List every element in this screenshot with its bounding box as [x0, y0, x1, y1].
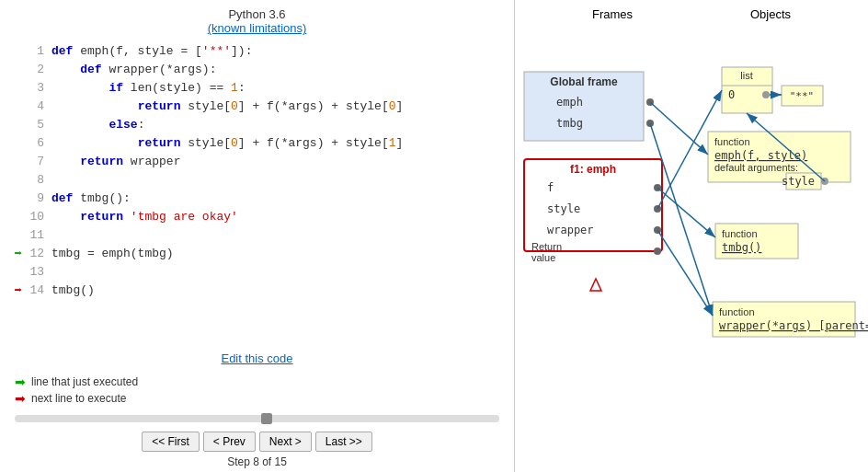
legend-section: ➡ line that just executed ➡ next line to… — [0, 371, 514, 411]
svg-text:wrapper: wrapper — [547, 224, 594, 236]
svg-text:function: function — [719, 306, 755, 317]
svg-rect-0 — [524, 72, 644, 141]
legend-red: ➡ next line to execute — [15, 391, 499, 406]
viz-area: Global frame emph tmbg f1: emph f style … — [515, 29, 868, 465]
linenum-1: 1 — [26, 42, 51, 61]
next-button[interactable]: Next > — [259, 432, 312, 452]
linenum-3: 3 — [26, 79, 51, 98]
first-button[interactable]: << First — [142, 432, 200, 452]
code-line-10: 10 return 'tmbg are okay' — [0, 208, 514, 226]
code-line-9: 9 def tmbg(): — [0, 190, 514, 208]
code-line-2: 2 def wrapper(*args): — [0, 61, 514, 79]
svg-point-21 — [762, 91, 770, 98]
code-9: def tmbg(): — [51, 190, 514, 208]
svg-text:function: function — [722, 228, 758, 239]
svg-line-41 — [657, 90, 722, 209]
code-3: if len(style) == 1: — [51, 79, 514, 98]
svg-rect-17 — [722, 67, 772, 113]
svg-marker-37 — [590, 279, 601, 291]
linenum-12: 12 — [26, 245, 51, 263]
edit-link-section: Edit this code — [0, 346, 514, 371]
header-section: Python 3.6 (known limitations) — [0, 0, 514, 39]
svg-text:emph(f, style): emph(f, style) — [714, 149, 807, 162]
last-button[interactable]: Last >> — [315, 432, 372, 452]
edit-link[interactable]: Edit this code — [221, 351, 292, 365]
svg-line-40 — [657, 188, 715, 237]
progress-slider[interactable] — [15, 415, 499, 422]
linenum-7: 7 — [26, 153, 51, 171]
code-line-5: 5 else: — [0, 116, 514, 134]
code-14: tmbg() — [51, 282, 514, 300]
code-2: def wrapper(*args): — [51, 61, 514, 79]
code-6: return style[0] + f(*args) + style[1] — [51, 134, 514, 153]
svg-text:wrapper(*args) [parent=f1]: wrapper(*args) [parent=f1] — [719, 319, 868, 332]
svg-rect-22 — [782, 86, 823, 106]
code-10: return 'tmbg are okay' — [51, 208, 514, 226]
code-1: def emph(f, style = ['**']): — [51, 42, 514, 61]
svg-point-13 — [654, 226, 661, 234]
linenum-9: 9 — [26, 190, 51, 208]
svg-point-11 — [654, 205, 661, 213]
right-panel: Frames Objects Global frame emph tmbg f1… — [515, 0, 868, 472]
svg-text:f1: emph: f1: emph — [570, 163, 616, 176]
svg-line-42 — [657, 230, 713, 316]
code-line-12: ➡ 12 tmbg = emph(tmbg) — [0, 245, 514, 263]
code-12: tmbg = emph(tmbg) — [51, 245, 514, 263]
known-limitations-link[interactable]: (known limitations) — [208, 21, 307, 35]
legend-green-text: line that just executed — [31, 375, 138, 388]
svg-text:f: f — [547, 181, 554, 194]
linenum-10: 10 — [26, 208, 51, 226]
linenum-6: 6 — [26, 134, 51, 153]
svg-text:tmbg: tmbg — [556, 117, 583, 130]
viz-header: Frames Objects — [515, 7, 868, 29]
linenum-8: 8 — [26, 171, 51, 190]
code-5: else: — [51, 116, 514, 134]
arrow-12: ➡ — [0, 245, 26, 263]
code-line-6: 6 return style[0] + f(*args) + style[1] — [0, 134, 514, 153]
svg-point-5 — [646, 120, 654, 127]
red-arrow-icon: ➡ — [15, 391, 26, 406]
code-line-14: ➡ 14 tmbg() — [0, 282, 514, 300]
nav-section: << First < Prev Next > Last >> Step 8 of… — [0, 426, 514, 472]
linenum-14: 14 — [26, 282, 51, 300]
code-line-4: 4 return style[0] + f(*args) + style[0] — [0, 98, 514, 116]
svg-line-38 — [650, 102, 708, 155]
code-line-13: 13 — [0, 263, 514, 282]
prev-button[interactable]: < Prev — [203, 432, 256, 452]
left-panel: Python 3.6 (known limitations) 1 def emp… — [0, 0, 515, 472]
code-line-1: 1 def emph(f, style = ['**']): — [0, 42, 514, 61]
code-line-11: 11 — [0, 226, 514, 245]
legend-red-text: next line to execute — [31, 392, 126, 405]
linenum-2: 2 — [26, 61, 51, 79]
linenum-4: 4 — [26, 98, 51, 116]
linenum-5: 5 — [26, 116, 51, 134]
svg-rect-24 — [708, 132, 851, 182]
code-line-7: 7 return wrapper — [0, 153, 514, 171]
viz-svg: Global frame emph tmbg f1: emph f style … — [515, 29, 868, 465]
svg-text:Global frame: Global frame — [550, 75, 618, 88]
svg-text:list: list — [740, 70, 752, 81]
python-version: Python 3.6 — [0, 7, 514, 21]
green-arrow-icon: ➡ — [15, 374, 26, 389]
svg-rect-6 — [524, 159, 662, 251]
svg-rect-31 — [715, 224, 798, 259]
arrow-14: ➡ — [0, 282, 26, 300]
code-7: return wrapper — [51, 153, 514, 171]
svg-point-9 — [654, 184, 661, 191]
linenum-13: 13 — [26, 263, 51, 282]
frames-label: Frames — [592, 7, 633, 21]
svg-text:Return: Return — [531, 241, 562, 252]
svg-text:style: style — [547, 202, 580, 215]
code-area: 1 def emph(f, style = ['**']): 2 def wra… — [0, 39, 514, 346]
svg-point-3 — [646, 98, 654, 106]
code-line-3: 3 if len(style) == 1: — [0, 79, 514, 98]
svg-text:default arguments:: default arguments: — [714, 162, 798, 173]
svg-text:style: style — [782, 175, 815, 188]
svg-line-39 — [650, 123, 713, 316]
svg-rect-28 — [786, 173, 821, 190]
slider-thumb[interactable] — [261, 413, 272, 424]
svg-text:value: value — [531, 252, 555, 263]
svg-text:emph: emph — [556, 96, 583, 109]
svg-point-16 — [654, 248, 661, 255]
nav-buttons: << First < Prev Next > Last >> — [142, 432, 372, 452]
